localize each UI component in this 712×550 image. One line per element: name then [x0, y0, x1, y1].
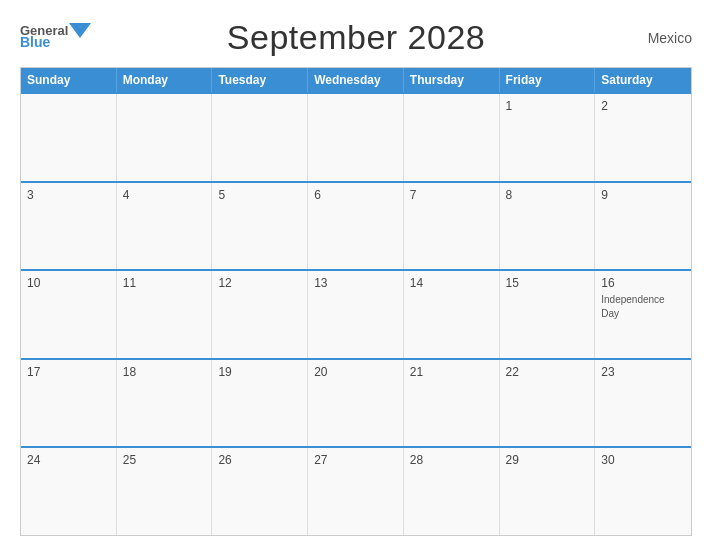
calendar-cell-w3-d3: 13 [308, 271, 404, 358]
calendar-cell-w4-d4: 21 [404, 360, 500, 447]
calendar-page: General Blue September 2028 Mexico Sunda… [0, 0, 712, 550]
header-friday: Friday [500, 68, 596, 92]
day-number: 1 [506, 99, 589, 113]
header-saturday: Saturday [595, 68, 691, 92]
calendar-cell-w3-d0: 10 [21, 271, 117, 358]
calendar-cell-w5-d4: 28 [404, 448, 500, 535]
calendar-cell-w2-d0: 3 [21, 183, 117, 270]
day-number: 25 [123, 453, 206, 467]
calendar-cell-w5-d2: 26 [212, 448, 308, 535]
header-thursday: Thursday [404, 68, 500, 92]
calendar-cell-w1-d5: 1 [500, 94, 596, 181]
calendar-cell-w4-d0: 17 [21, 360, 117, 447]
day-number: 4 [123, 188, 206, 202]
calendar-cell-w3-d5: 15 [500, 271, 596, 358]
day-number: 23 [601, 365, 685, 379]
day-number: 16 [601, 276, 685, 290]
calendar-cell-w1-d2 [212, 94, 308, 181]
logo-flag-icon [69, 23, 91, 38]
day-number: 30 [601, 453, 685, 467]
calendar-cell-w1-d3 [308, 94, 404, 181]
calendar-cell-w2-d4: 7 [404, 183, 500, 270]
calendar-cell-w4-d2: 19 [212, 360, 308, 447]
page-header: General Blue September 2028 Mexico [20, 18, 692, 57]
day-number: 14 [410, 276, 493, 290]
holiday-label: Independence Day [601, 294, 664, 319]
day-number: 8 [506, 188, 589, 202]
day-number: 15 [506, 276, 589, 290]
calendar-cell-w1-d6: 2 [595, 94, 691, 181]
header-sunday: Sunday [21, 68, 117, 92]
calendar-cell-w3-d1: 11 [117, 271, 213, 358]
country-label: Mexico [582, 30, 692, 46]
calendar-cell-w1-d4 [404, 94, 500, 181]
day-number: 28 [410, 453, 493, 467]
calendar-week-5: 24252627282930 [21, 446, 691, 535]
day-number: 3 [27, 188, 110, 202]
day-number: 2 [601, 99, 685, 113]
svg-marker-0 [69, 23, 91, 38]
calendar-week-1: 12 [21, 92, 691, 181]
day-number: 22 [506, 365, 589, 379]
calendar-body: 12345678910111213141516Independence Day1… [21, 92, 691, 535]
calendar-cell-w4-d6: 23 [595, 360, 691, 447]
logo-blue-text: Blue [20, 35, 50, 50]
day-number: 21 [410, 365, 493, 379]
calendar-cell-w3-d4: 14 [404, 271, 500, 358]
logo: General Blue [20, 24, 130, 51]
calendar-cell-w1-d1 [117, 94, 213, 181]
calendar-header-row: Sunday Monday Tuesday Wednesday Thursday… [21, 68, 691, 92]
header-monday: Monday [117, 68, 213, 92]
day-number: 26 [218, 453, 301, 467]
day-number: 13 [314, 276, 397, 290]
day-number: 27 [314, 453, 397, 467]
calendar-cell-w5-d0: 24 [21, 448, 117, 535]
day-number: 11 [123, 276, 206, 290]
calendar-title-area: September 2028 [130, 18, 582, 57]
calendar-cell-w2-d2: 5 [212, 183, 308, 270]
calendar-week-4: 17181920212223 [21, 358, 691, 447]
day-number: 29 [506, 453, 589, 467]
day-number: 6 [314, 188, 397, 202]
day-number: 10 [27, 276, 110, 290]
calendar-cell-w4-d1: 18 [117, 360, 213, 447]
day-number: 17 [27, 365, 110, 379]
calendar-cell-w4-d3: 20 [308, 360, 404, 447]
calendar-cell-w5-d6: 30 [595, 448, 691, 535]
day-number: 5 [218, 188, 301, 202]
header-wednesday: Wednesday [308, 68, 404, 92]
calendar-cell-w2-d6: 9 [595, 183, 691, 270]
day-number: 24 [27, 453, 110, 467]
day-number: 18 [123, 365, 206, 379]
day-number: 19 [218, 365, 301, 379]
calendar-cell-w5-d1: 25 [117, 448, 213, 535]
calendar-cell-w5-d3: 27 [308, 448, 404, 535]
calendar-cell-w5-d5: 29 [500, 448, 596, 535]
calendar-week-2: 3456789 [21, 181, 691, 270]
calendar-title: September 2028 [130, 18, 582, 57]
calendar-cell-w3-d2: 12 [212, 271, 308, 358]
calendar-cell-w1-d0 [21, 94, 117, 181]
calendar-cell-w2-d1: 4 [117, 183, 213, 270]
day-number: 12 [218, 276, 301, 290]
header-tuesday: Tuesday [212, 68, 308, 92]
day-number: 9 [601, 188, 685, 202]
day-number: 20 [314, 365, 397, 379]
calendar-cell-w2-d3: 6 [308, 183, 404, 270]
calendar-week-3: 10111213141516Independence Day [21, 269, 691, 358]
calendar-cell-w3-d6: 16Independence Day [595, 271, 691, 358]
day-number: 7 [410, 188, 493, 202]
calendar-grid: Sunday Monday Tuesday Wednesday Thursday… [20, 67, 692, 536]
calendar-cell-w4-d5: 22 [500, 360, 596, 447]
calendar-cell-w2-d5: 8 [500, 183, 596, 270]
